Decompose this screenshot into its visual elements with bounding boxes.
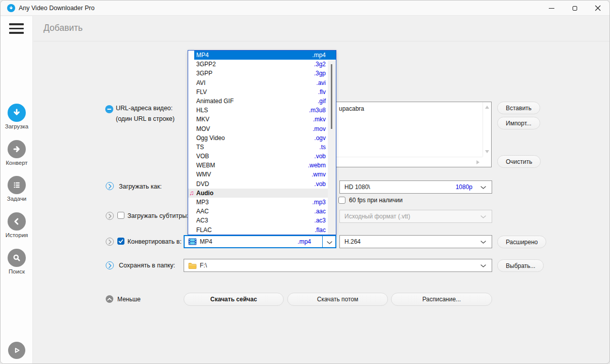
chevron-down-icon: [481, 186, 486, 189]
folder-combobox[interactable]: F:\: [184, 259, 492, 272]
scroll-down-icon[interactable]: [485, 150, 489, 153]
play-icon[interactable]: [8, 342, 25, 359]
format-combobox[interactable]: MP4 .mp4: [184, 235, 336, 248]
format-option[interactable]: DVD.vob: [188, 179, 336, 189]
window-title: Any Video Downloader Pro: [19, 1, 95, 16]
filmstrip-icon: [188, 238, 197, 245]
format-name: TS: [196, 144, 204, 151]
format-name: Animated GIF: [196, 98, 234, 105]
sidebar-label: Загрузка: [1, 123, 33, 129]
format-extension: .3g2: [314, 60, 326, 69]
format-extension: .vob: [314, 179, 326, 189]
subtitles-format-value: Исходный формат (.vtt): [344, 213, 410, 220]
vertical-scrollbar[interactable]: [483, 102, 491, 157]
format-name: VOB: [196, 153, 209, 160]
combo-divider: [322, 236, 323, 247]
fps-checkbox[interactable]: [338, 197, 345, 204]
format-name: Audio: [196, 190, 213, 197]
format-extension: .vob: [314, 152, 326, 161]
folder-icon: [188, 262, 197, 269]
format-option[interactable]: TS.ts: [188, 143, 336, 152]
less-toggle-label[interactable]: Меньше: [117, 296, 141, 303]
header-separator: [33, 41, 609, 41]
format-name: 3GPP: [196, 70, 212, 77]
sidebar-label: Конверт: [1, 160, 33, 166]
format-extension: .flac: [315, 225, 326, 235]
format-option[interactable]: WEBM.webm: [188, 161, 336, 170]
download-later-button[interactable]: Скачать потом: [287, 293, 388, 306]
sidebar-label: История: [1, 232, 33, 238]
maximize-icon: [573, 6, 577, 11]
format-option[interactable]: 3GPP.3gp: [188, 69, 336, 78]
format-option[interactable]: 3GPP2.3g2: [188, 60, 336, 69]
convert-checkbox[interactable]: [117, 238, 124, 245]
history-back-icon: [8, 212, 26, 231]
codec-combobox[interactable]: H.264: [339, 235, 492, 248]
convert-label: Конвертировать в:: [127, 238, 182, 245]
format-option[interactable]: MP3.mp3: [188, 198, 336, 207]
minimize-icon: [549, 8, 554, 9]
minimize-button[interactable]: [540, 1, 563, 16]
chevron-right-circle-icon: [106, 182, 114, 190]
format-extension: .aac: [314, 207, 326, 216]
format-option[interactable]: MOV.mov: [188, 124, 336, 133]
format-name: AC3: [196, 217, 208, 224]
close-button[interactable]: [586, 1, 609, 16]
download-now-button[interactable]: Скачать сейчас: [184, 293, 284, 306]
schedule-button[interactable]: Расписание...: [391, 293, 492, 306]
scroll-right-icon[interactable]: [476, 160, 480, 164]
format-option[interactable]: AVI.avi: [188, 78, 336, 87]
format-extension: .mkv: [313, 115, 326, 124]
format-name: WMV: [196, 171, 211, 178]
subtitles-label: Загружать субтитры:: [127, 212, 189, 219]
scroll-up-icon[interactable]: [485, 106, 489, 109]
format-name: 3GPP2: [196, 61, 216, 68]
sidebar-item-history[interactable]: История: [1, 212, 33, 238]
quality-value: HD 1080\: [344, 184, 370, 191]
quality-combobox[interactable]: HD 1080\ 1080p: [339, 180, 492, 194]
advanced-button[interactable]: Расширено: [497, 236, 546, 248]
format-option[interactable]: VOB.vob: [188, 152, 336, 161]
format-option[interactable]: Animated GIF.gif: [188, 97, 336, 106]
sidebar-label: Задачи: [1, 196, 33, 202]
format-option[interactable]: FLAC.flac: [188, 225, 336, 235]
tasks-list-icon: [8, 176, 26, 194]
format-option[interactable]: HLS.m3u8: [188, 106, 336, 115]
format-name: MOV: [196, 125, 210, 132]
url-sublabel: (один URL в строке): [116, 115, 175, 122]
paste-button[interactable]: Вставить: [497, 102, 540, 114]
format-option[interactable]: WMV.wmv: [188, 170, 336, 179]
chevron-up-circle-icon[interactable]: [106, 295, 113, 303]
format-group-header[interactable]: ♫Audio: [188, 189, 336, 198]
hamburger-menu-icon[interactable]: [9, 23, 24, 34]
format-option[interactable]: AC3.ac3: [188, 216, 336, 225]
format-option[interactable]: AAC.aac: [188, 207, 336, 216]
subtitles-checkbox[interactable]: [117, 212, 124, 219]
format-option[interactable]: FLV.flv: [188, 87, 336, 97]
format-extension: .ogv: [314, 133, 326, 143]
format-name: DVD: [196, 180, 209, 188]
format-extension: .ts: [319, 143, 326, 152]
format-dropdown: MP4.mp43GPP2.3g23GPP.3gpAVI.aviFLV.flvAn…: [188, 50, 336, 235]
sidebar-item-download[interactable]: Загрузка: [1, 104, 33, 129]
clear-button[interactable]: Очистить: [497, 155, 541, 168]
dropdown-scrollbar-thumb[interactable]: [331, 64, 332, 129]
format-extension: .3gp: [314, 69, 326, 78]
format-option[interactable]: MKV.mkv: [188, 115, 336, 124]
maximize-button[interactable]: [563, 1, 586, 16]
sidebar-item-search[interactable]: Поиск: [1, 249, 33, 275]
format-extension: .mp4: [297, 238, 311, 245]
subtitles-format-combobox: Исходный формат (.vtt): [339, 210, 492, 223]
format-option[interactable]: MP4.mp4: [194, 51, 336, 60]
collapse-minus-icon[interactable]: [105, 105, 113, 113]
format-name: Ogg Video: [196, 134, 225, 142]
sidebar-item-convert[interactable]: Конверт: [1, 140, 33, 166]
quality-badge: 1080p: [456, 184, 472, 191]
choose-button[interactable]: Выбрать...: [497, 259, 544, 272]
check-icon: [118, 239, 123, 244]
format-name: MP3: [196, 199, 209, 206]
format-option[interactable]: Ogg Video.ogv: [188, 133, 336, 143]
dropdown-scrollbar[interactable]: [328, 60, 336, 235]
import-button[interactable]: Импорт...: [497, 117, 540, 129]
sidebar-item-tasks[interactable]: Задачи: [1, 176, 33, 202]
